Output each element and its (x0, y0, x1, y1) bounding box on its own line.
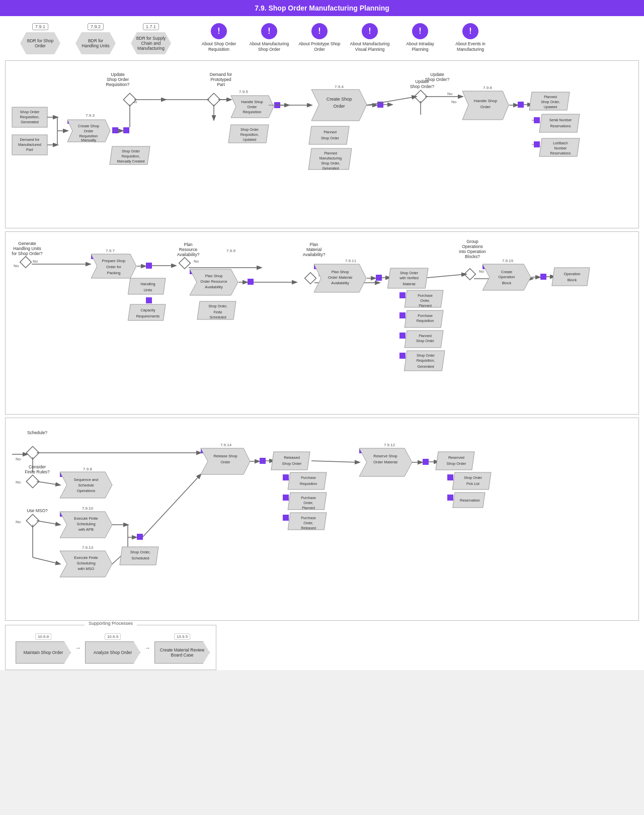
svg-text:Schedule?: Schedule? (27, 430, 47, 435)
svg-rect-100 (112, 127, 118, 133)
svg-text:Planned: Planned (302, 506, 315, 510)
svg-text:Shop Order,: Shop Order, (541, 100, 560, 104)
svg-text:7.9.4: 7.9.4 (335, 85, 344, 89)
svg-text:Units: Units (143, 288, 152, 292)
event-icon-2: ! (261, 23, 277, 39)
section4-box: Supporting Processes 10.6.8 Maintain Sho… (5, 625, 216, 670)
svg-rect-278 (436, 452, 474, 470)
svg-text:No: No (447, 92, 453, 96)
support-box-2: Analyze Shop Order (85, 641, 140, 664)
svg-text:Demand for: Demand for (20, 137, 40, 142)
svg-text:Packing: Packing (107, 271, 121, 275)
svg-text:Generate: Generate (18, 241, 36, 246)
svg-line-99 (367, 97, 416, 105)
svg-text:Block: Block (502, 281, 512, 285)
svg-line-200 (427, 274, 466, 278)
svg-text:Requisition?: Requisition? (106, 82, 130, 87)
svg-text:Purchase: Purchase (301, 476, 316, 479)
svg-text:Operation: Operation (564, 272, 581, 276)
svg-text:Operations: Operations (462, 244, 483, 249)
svg-text:Order,: Order, (303, 501, 313, 505)
svg-rect-252 (271, 452, 310, 470)
svg-text:Requisition: Requisition (243, 110, 261, 114)
svg-text:Shop Order: Shop Order (282, 461, 302, 466)
bdr-badge-1: 7.9.1 (32, 23, 48, 30)
svg-rect-85 (534, 117, 540, 123)
svg-text:Requisition,: Requisition, (417, 359, 435, 363)
svg-text:Reservations: Reservations (550, 151, 571, 155)
svg-text:Order: Order (220, 460, 230, 464)
svg-rect-147 (305, 273, 316, 284)
svg-text:No: No (16, 457, 21, 461)
svg-text:with Verified: with Verified (399, 276, 419, 280)
support-node-2: 10.6.9 Analyze Shop Order (85, 633, 140, 664)
event-item-2: ! About Manufacturing Shop Order (247, 23, 292, 52)
svg-text:Resource: Resource (179, 247, 198, 252)
svg-rect-176 (399, 353, 406, 359)
svg-rect-172 (399, 333, 406, 339)
section3-box: Schedule? No Consider Finite Rules? No 7… (5, 418, 639, 621)
event-label-5: About Intraday Planning (397, 41, 443, 52)
svg-text:Reserve Shop: Reserve Shop (373, 454, 397, 458)
svg-text:7.9.14: 7.9.14 (220, 443, 232, 447)
event-icon-6: ! (462, 23, 478, 39)
svg-text:Block: Block (568, 278, 577, 282)
svg-rect-250 (260, 458, 266, 464)
svg-rect-264 (283, 515, 289, 521)
svg-text:Shop Order: Shop Order (464, 476, 482, 480)
svg-text:Order Material: Order Material (373, 460, 397, 464)
top-icons-row: 7.9.1 BDR for Shop Order 7.9.2 BDR for H… (0, 16, 644, 57)
page-container: 7.9. Shop Order Manufacturing Planning 7… (0, 0, 644, 670)
svg-text:Plan Shop: Plan Shop (205, 274, 223, 278)
svg-text:with MSO: with MSO (77, 566, 95, 571)
bdr-badge-3: 1.7.1 (143, 23, 159, 30)
svg-text:7.9.3: 7.9.3 (86, 113, 95, 118)
svg-text:Sequence and: Sequence and (74, 477, 98, 482)
bdr-item-1: 7.9.1 BDR for Shop Order (15, 23, 65, 54)
svg-text:7.9.11: 7.9.11 (345, 259, 357, 263)
svg-rect-70 (414, 90, 427, 103)
event-label-6: About Events in Manufacturing (448, 41, 493, 52)
svg-rect-282 (452, 472, 491, 490)
svg-text:No: No (16, 480, 21, 484)
svg-text:Updated: Updated (243, 138, 257, 142)
svg-text:Finite: Finite (213, 310, 222, 314)
svg-text:Scheduled: Scheduled (209, 315, 226, 319)
svg-text:No: No (194, 259, 199, 264)
svg-text:Pick List: Pick List (466, 482, 479, 485)
svg-text:No: No (14, 264, 19, 268)
svg-text:Plan Shop: Plan Shop (332, 270, 349, 274)
svg-text:Planned: Planned (544, 95, 557, 99)
svg-text:Order,: Order, (420, 299, 430, 302)
svg-text:Handle Shop: Handle Shop (241, 100, 263, 104)
svg-text:Update: Update (111, 72, 125, 77)
support-box-3: Create Material Review Board Case (154, 641, 210, 664)
svg-text:Order Material: Order Material (328, 275, 352, 280)
svg-text:Purchase: Purchase (418, 314, 433, 317)
event-item-6: ! About Events in Manufacturing (448, 23, 493, 52)
svg-rect-60 (309, 126, 349, 144)
svg-text:Create: Create (501, 270, 513, 274)
svg-text:Shop Order: Shop Order (321, 136, 340, 140)
svg-text:Operations: Operations (77, 488, 96, 493)
svg-text:Requisition,: Requisition, (122, 154, 140, 158)
svg-text:Update: Update (430, 72, 444, 77)
svg-text:Planned: Planned (324, 151, 337, 155)
section3-svg: Schedule? No Consider Finite Rules? No 7… (10, 424, 633, 615)
svg-rect-120 (146, 297, 152, 303)
svg-text:Updated: Updated (544, 105, 557, 109)
svg-rect-195 (540, 274, 546, 280)
support-node-3: 13.9.5 Create Material Review Board Case (154, 633, 210, 664)
svg-text:Shop Order,: Shop Order, (321, 161, 340, 166)
svg-text:Scheduled: Scheduled (131, 556, 149, 560)
svg-line-274 (311, 461, 359, 462)
bdr-shape-1: BDR for Shop Order (20, 32, 60, 54)
svg-text:Reserved: Reserved (448, 455, 464, 460)
svg-text:Planned: Planned (419, 334, 432, 338)
svg-text:Availability?: Availability? (177, 252, 200, 257)
svg-text:with APB: with APB (78, 527, 94, 532)
svg-text:Shop Order: Shop Order (20, 110, 40, 114)
svg-text:Order: Order (333, 104, 345, 109)
support-box-1: Maintain Shop Order (16, 641, 71, 664)
svg-text:Consider: Consider (29, 464, 46, 469)
